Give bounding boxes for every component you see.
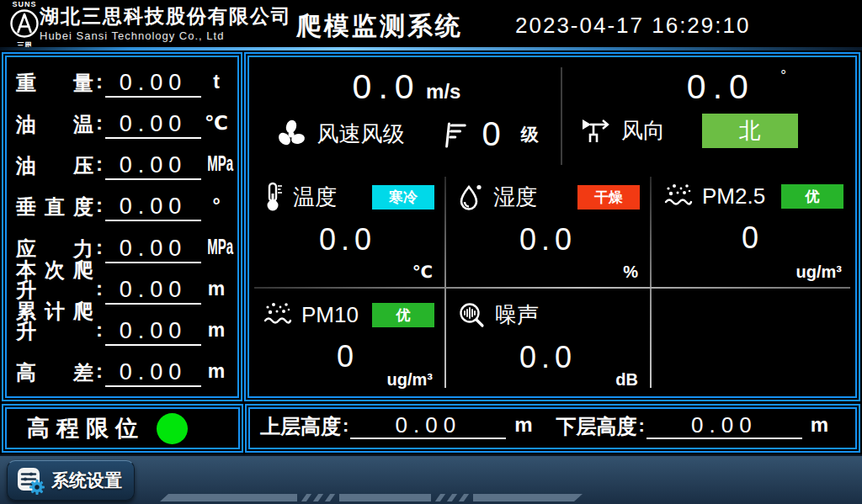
sensor-unit: % <box>623 263 638 282</box>
metrics-rows: 重量 : 0.00 t 油温 : 0.00 ℃ 油压 : 0.00 MPa 垂直… <box>11 61 233 392</box>
sensor-name: 噪声 <box>495 300 539 330</box>
sensor-grid: 温度 寒冷 0.0 ℃ 湿度 干燥 <box>253 172 852 393</box>
wind-level-row: 风速风级 0 级 <box>253 115 561 153</box>
grid-divider-vertical-2 <box>650 177 652 388</box>
metric-label: 油压 <box>16 156 93 180</box>
sensor-unit: ug/m³ <box>387 370 433 390</box>
colon: : <box>93 194 105 221</box>
upper-height-group: 上层高度 : 0.00 m <box>260 413 545 439</box>
wind-direction-display: 0.0 ° <box>562 67 852 107</box>
sensor-unit: ug/m³ <box>796 263 842 282</box>
metric-unit: MPa <box>207 235 226 263</box>
metric-row-oil-temp: 油温 : 0.00 ℃ <box>11 103 233 143</box>
metric-value: 0.00 <box>105 236 201 263</box>
dust-particles-icon <box>663 182 694 210</box>
metric-row-total-climb: 累计爬升 : 0.00 m <box>11 310 233 350</box>
elevation-limit-label: 高程限位 <box>27 413 145 443</box>
sensor-cell-noise: 噪声 0.0 dB <box>448 290 648 393</box>
lower-height-unit: m <box>802 413 828 439</box>
wind-direction-button[interactable]: 北 <box>702 114 798 148</box>
sensor-header: 湿度 干燥 <box>448 172 648 212</box>
sensor-name: PM2.5 <box>702 183 765 210</box>
colon: : <box>93 70 105 98</box>
metric-row-verticality: 垂直度 : 0.00 ° <box>11 186 233 225</box>
metric-row-oil-pressure: 油压 : 0.00 MPa <box>11 145 233 184</box>
settings-sliders-gear-icon <box>16 466 45 495</box>
page-title: 爬模监测系统 <box>296 9 463 44</box>
status-badge-dry: 干燥 <box>577 185 640 210</box>
sensor-name: PM10 <box>301 302 359 328</box>
metric-unit: ° <box>201 194 231 221</box>
environment-inner: 0.0 m/s 风速风级 <box>253 61 852 393</box>
sensor-header: 噪声 <box>448 290 648 330</box>
colon: : <box>637 415 646 439</box>
wind-direction-label: 风向 <box>621 116 665 146</box>
metric-value: 0.00 <box>105 111 201 139</box>
metric-row-weight: 重量 : 0.00 t <box>11 62 233 102</box>
wind-speed-label: 风速风级 <box>317 119 404 149</box>
status-badge-good: 优 <box>781 184 843 209</box>
upper-height-label: 上层高度 <box>260 416 341 439</box>
wind-direction-section: 0.0 ° 风向 北 <box>562 61 852 170</box>
logo-text-top: SUNS <box>8 0 41 8</box>
system-settings-button[interactable]: 系统设置 <box>7 460 135 501</box>
wind-level-unit: 级 <box>521 123 539 146</box>
metric-unit: MPa <box>207 151 226 180</box>
fan-icon <box>274 118 308 151</box>
metric-unit: m <box>201 360 231 387</box>
grid-divider-vertical-1 <box>444 177 446 388</box>
datetime-display: 2023-04-17 16:29:10 <box>515 13 750 39</box>
droplet-icon <box>458 182 485 212</box>
wind-direction-value: 0.0 <box>687 67 755 106</box>
metric-unit: m <box>201 278 231 305</box>
metric-value: 0.00 <box>105 194 201 221</box>
upper-height-value: 0.00 <box>350 413 506 439</box>
metric-unit: ℃ <box>201 112 231 139</box>
metric-value: 0.00 <box>105 70 201 98</box>
wind-level-value: 0 <box>482 115 500 153</box>
sensor-unit: ℃ <box>412 262 433 282</box>
monitoring-screen: SUNS 三思 湖北三思科技股份有限公司 Hubei Sansi Technol… <box>0 0 862 504</box>
metric-label: 高差 <box>16 363 93 387</box>
dust-particles-icon <box>263 300 293 329</box>
upper-height-unit: m <box>506 413 532 439</box>
sensor-header: 温度 寒冷 <box>253 172 443 212</box>
company-name-block: 湖北三思科技股份有限公司 Hubei Sansi Technology Co.,… <box>40 5 292 42</box>
metric-value: 0.00 <box>105 318 201 346</box>
metric-label: 累计爬升 <box>16 301 93 346</box>
wind-speed-value: 0.0 <box>353 67 421 106</box>
wind-speed-section: 0.0 m/s 风速风级 <box>253 61 561 170</box>
sensor-cell-humidity: 湿度 干燥 0.0 % <box>448 172 648 285</box>
system-settings-label: 系统设置 <box>51 469 122 492</box>
sensor-value: 0.0 <box>448 222 648 257</box>
colon: : <box>93 359 105 387</box>
elevation-limit-panel: 高程限位 <box>2 404 243 453</box>
colon: : <box>341 415 350 439</box>
lower-height-group: 下层高度 : 0.00 m <box>556 413 841 439</box>
metric-label: 油温 <box>16 114 93 139</box>
wind-level-flag-icon <box>443 119 468 150</box>
layer-heights-inner: 上层高度 : 0.00 m 下层高度 : 0.00 m <box>253 412 852 444</box>
wind-speed-unit: m/s <box>426 80 460 103</box>
metric-value: 0.00 <box>105 152 201 180</box>
elevation-limit-inner: 高程限位 <box>10 412 235 444</box>
elevation-limit-status-indicator <box>157 413 188 444</box>
metric-label: 重量 <box>16 73 93 98</box>
company-name-en: Hubei Sansi Technology Co., Ltd <box>40 29 292 42</box>
header: SUNS 三思 湖北三思科技股份有限公司 Hubei Sansi Technol… <box>0 0 862 48</box>
sensor-cell-pm25: PM2.5 优 0 ug/m³ <box>653 172 852 285</box>
company-logo: SUNS 三思 <box>8 0 41 48</box>
grid-divider-horizontal <box>254 287 850 289</box>
wind-direction-row: 风向 北 <box>562 114 852 148</box>
colon: : <box>93 111 105 139</box>
colon: : <box>93 152 105 180</box>
sensor-cell-temperature: 温度 寒冷 0.0 ℃ <box>253 172 443 285</box>
thermometer-icon <box>263 182 285 212</box>
taskbar-decorative-stripes <box>160 494 583 501</box>
colon: : <box>93 277 105 305</box>
sensor-value: 0 <box>653 220 852 256</box>
sensor-name: 温度 <box>293 183 337 212</box>
wind-direction-unit: ° <box>780 67 786 83</box>
metric-value: 0.00 <box>105 359 201 387</box>
sensor-header: PM10 优 <box>253 290 443 329</box>
